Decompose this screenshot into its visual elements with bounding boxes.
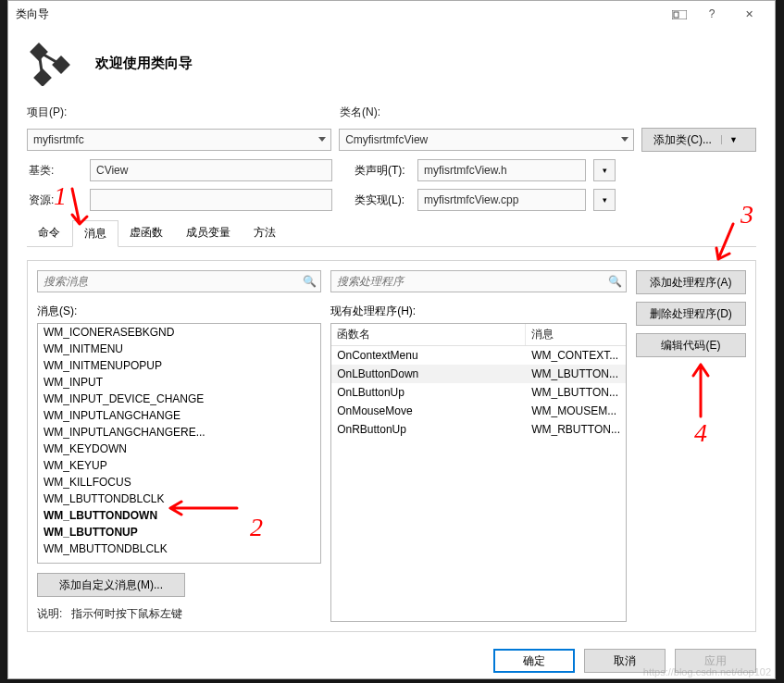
resource-field xyxy=(90,189,332,211)
handler-fn: OnLButtonUp xyxy=(331,384,526,401)
titlebar: 类向导 xyxy=(8,1,775,27)
search-messages-input[interactable] xyxy=(37,270,321,292)
window-state-icon[interactable] xyxy=(666,7,693,20)
handler-row[interactable]: OnMouseMoveWM_MOUSEM... xyxy=(331,402,626,420)
impl-field xyxy=(417,189,586,211)
handlers-header-row: 函数名 消息 xyxy=(331,324,626,346)
edit-code-button[interactable]: 编辑代码(E) xyxy=(636,333,746,357)
search-handlers: 🔍 xyxy=(330,270,627,292)
handler-msg: WM_LBUTTON... xyxy=(526,384,626,401)
message-item[interactable]: WM_INITMENU xyxy=(38,341,320,357)
description-text: 指示何时按下鼠标左键 xyxy=(71,607,182,620)
handler-msg: WM_MOUSEM... xyxy=(526,403,626,419)
add-custom-message-button[interactable]: 添加自定义消息(M)... xyxy=(37,573,185,597)
tab-pane: 🔍 消息(S): WM_ICONERASEBKGNDWM_INITMENUWM_… xyxy=(27,260,756,632)
handler-fn: OnRButtonUp xyxy=(331,421,526,438)
message-item[interactable]: WM_INPUTLANGCHANGERE... xyxy=(38,424,320,441)
dialog-body: 项目(P): 类名(N): myfisrtmfc CmyfisrtmfcView… xyxy=(8,105,775,632)
description-row: 说明: 指示何时按下鼠标左键 xyxy=(37,606,321,622)
message-item[interactable]: WM_ICONERASEBKGND xyxy=(38,324,320,341)
chevron-down-icon: ▼ xyxy=(721,135,738,144)
dialog-title: 欢迎使用类向导 xyxy=(95,55,193,72)
delete-handler-button[interactable]: 删除处理程序(D) xyxy=(636,302,746,326)
search-messages: 🔍 xyxy=(37,270,321,292)
message-item[interactable]: WM_MBUTTONDBLCLK xyxy=(38,540,320,557)
impl-label: 类实现(L): xyxy=(355,192,410,208)
decl-label: 类声明(T): xyxy=(355,163,410,179)
messages-list[interactable]: WM_ICONERASEBKGNDWM_INITMENUWM_INITMENUP… xyxy=(37,323,321,564)
handler-row[interactable]: OnLButtonUpWM_LBUTTON... xyxy=(331,383,626,402)
classname-select[interactable]: CmyfisrtmfcView xyxy=(339,129,634,151)
wizard-logo-icon xyxy=(27,40,73,86)
dialog-header: 欢迎使用类向导 xyxy=(8,27,775,105)
tab-messages[interactable]: 消息 xyxy=(72,220,118,247)
messages-list-label: 消息(S): xyxy=(37,304,321,319)
message-item[interactable]: WM_KEYUP xyxy=(38,457,320,474)
baseclass-field xyxy=(90,159,332,181)
svg-rect-1 xyxy=(674,12,678,18)
resource-label: 资源: xyxy=(27,192,82,208)
handler-fn: OnContextMenu xyxy=(331,347,526,364)
handler-row[interactable]: OnLButtonDownWM_LBUTTON... xyxy=(331,365,626,383)
tab-bar: 命令 消息 虚函数 成员变量 方法 xyxy=(27,220,756,247)
search-icon[interactable]: 🔍 xyxy=(303,275,317,288)
message-item[interactable]: WM_LBUTTONDBLCLK xyxy=(38,491,320,507)
message-item[interactable]: WM_INPUTLANGCHANGE xyxy=(38,407,320,424)
handlers-col-fn[interactable]: 函数名 xyxy=(331,324,526,345)
watermark: https://blog.csdn.net/dop102 xyxy=(643,666,771,677)
project-select[interactable]: myfisrtmfc xyxy=(27,129,331,151)
classname-label: 类名(N): xyxy=(340,105,636,120)
handlers-list[interactable]: 函数名 消息 OnContextMenuWM_CONTEXT...OnLButt… xyxy=(330,323,627,622)
help-icon[interactable] xyxy=(693,7,730,20)
handler-msg: WM_RBUTTON... xyxy=(526,421,626,438)
message-item[interactable]: WM_LBUTTONDOWN xyxy=(38,507,320,524)
message-item[interactable]: WM_KILLFOCUS xyxy=(38,474,320,491)
handler-row[interactable]: OnContextMenuWM_CONTEXT... xyxy=(331,346,626,365)
handler-row[interactable]: OnRButtonUpWM_RBUTTON... xyxy=(331,420,626,439)
ok-button[interactable]: 确定 xyxy=(493,649,575,673)
message-item[interactable]: WM_INPUT_DEVICE_CHANGE xyxy=(38,391,320,407)
handler-fn: OnLButtonDown xyxy=(331,366,526,382)
description-label: 说明: xyxy=(37,607,62,620)
handler-msg: WM_LBUTTON... xyxy=(526,366,626,382)
handler-fn: OnMouseMove xyxy=(331,403,526,419)
message-item[interactable]: WM_INPUT xyxy=(38,374,320,391)
window-title: 类向导 xyxy=(16,6,666,22)
add-class-button[interactable]: 添加类(C)...▼ xyxy=(641,128,756,152)
handlers-list-label: 现有处理程序(H): xyxy=(330,304,627,319)
message-item[interactable]: WM_LBUTTONUP xyxy=(38,524,320,540)
add-handler-button[interactable]: 添加处理程序(A) xyxy=(636,270,746,294)
class-wizard-dialog: 类向导 欢迎使用类向导 项目(P): 类名(N): myfisrtmfc Cmy… xyxy=(7,0,776,679)
message-item[interactable]: WM_KEYDOWN xyxy=(38,441,320,457)
tab-methods[interactable]: 方法 xyxy=(243,220,288,246)
project-label: 项目(P): xyxy=(27,105,332,120)
search-handlers-input[interactable] xyxy=(330,270,627,292)
decl-field xyxy=(417,159,586,181)
search-icon[interactable]: 🔍 xyxy=(608,275,622,288)
decl-dropdown-button[interactable] xyxy=(593,159,616,181)
tab-virtual[interactable]: 虚函数 xyxy=(118,220,175,246)
message-item[interactable]: WM_INITMENUPOPUP xyxy=(38,357,320,374)
handlers-col-msg[interactable]: 消息 xyxy=(526,324,626,345)
close-icon[interactable] xyxy=(730,7,767,20)
baseclass-label: 基类: xyxy=(27,163,82,179)
tab-members[interactable]: 成员变量 xyxy=(175,220,243,246)
handler-msg: WM_CONTEXT... xyxy=(526,347,626,364)
tab-commands[interactable]: 命令 xyxy=(27,220,72,246)
impl-dropdown-button[interactable] xyxy=(593,189,616,211)
